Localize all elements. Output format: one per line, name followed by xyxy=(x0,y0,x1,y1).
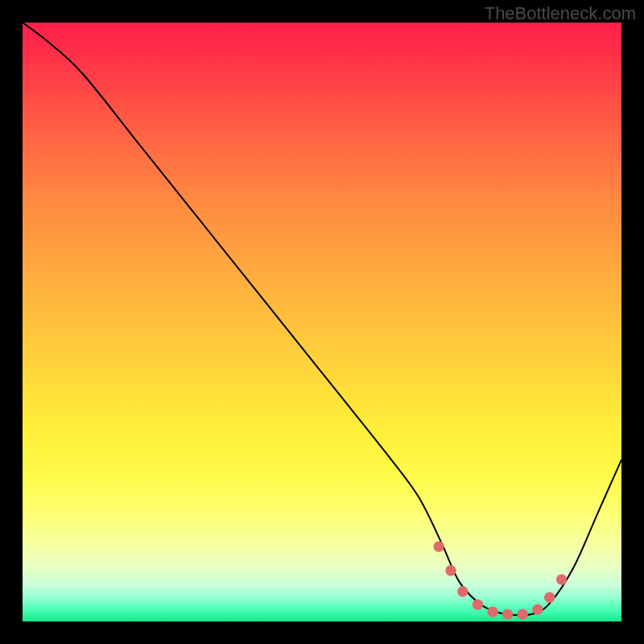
sweet-spot-dot xyxy=(532,604,543,614)
watermark-text: TheBottleneck.com xyxy=(485,3,636,24)
sweet-spot-dot xyxy=(457,586,468,597)
sweet-spot-dot xyxy=(473,599,483,609)
curve-svg xyxy=(23,23,621,621)
sweet-spot-dot xyxy=(502,609,513,619)
bottleneck-curve xyxy=(23,23,621,616)
sweet-spot-dot xyxy=(487,606,497,617)
sweet-spot-dot xyxy=(556,574,567,584)
sweet-spot-dots xyxy=(433,541,567,619)
sweet-spot-dot xyxy=(445,565,456,576)
sweet-spot-dot xyxy=(433,541,444,551)
sweet-spot-dot xyxy=(518,609,528,619)
chart-area xyxy=(23,23,621,621)
sweet-spot-dot xyxy=(544,592,555,603)
